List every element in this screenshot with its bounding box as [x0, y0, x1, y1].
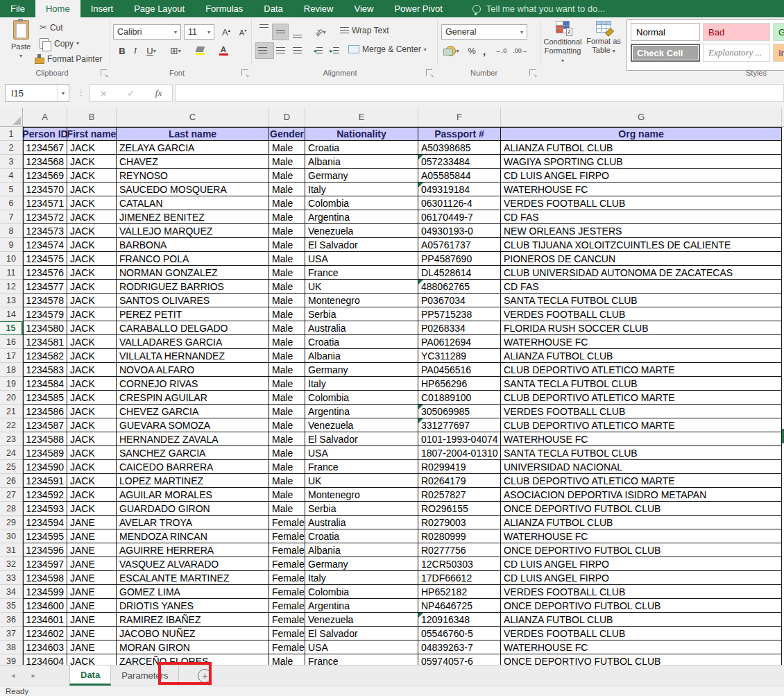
- cell[interactable]: VASQUEZ ALVARADO: [117, 557, 269, 571]
- cell[interactable]: Croatia: [305, 529, 418, 543]
- cell[interactable]: Venezuela: [305, 418, 418, 432]
- header-cell[interactable]: Gender: [269, 127, 305, 141]
- orientation-button[interactable]: ab▾: [309, 24, 332, 40]
- comma-style-button[interactable]: ,: [479, 42, 490, 59]
- cell[interactable]: Male: [269, 405, 305, 418]
- cell[interactable]: 1234584: [23, 377, 67, 391]
- cell[interactable]: WATERHOUSE FC: [501, 335, 782, 349]
- cell[interactable]: Albania: [305, 155, 418, 169]
- cell[interactable]: Argentina: [305, 405, 418, 418]
- cell[interactable]: SANTA TECLA FUTBOL CLUB: [501, 294, 782, 307]
- cell[interactable]: JANE: [67, 613, 117, 627]
- row-number[interactable]: 5: [0, 183, 23, 196]
- cell[interactable]: JACK: [67, 183, 117, 196]
- style-explanatory[interactable]: Explanatory ...: [703, 44, 770, 62]
- underline-button[interactable]: U▾: [142, 42, 161, 59]
- cell[interactable]: Male: [269, 294, 305, 307]
- cell[interactable]: RODRIGUEZ BARRIOS: [117, 280, 269, 294]
- format-as-table-button[interactable]: Format as Table ▾: [584, 21, 623, 56]
- cell[interactable]: 1234600: [23, 599, 67, 613]
- cell[interactable]: GUARDADO GIRON: [117, 502, 269, 516]
- cell[interactable]: 1234583: [23, 363, 67, 377]
- row-number[interactable]: 19: [0, 377, 23, 391]
- column-header-B[interactable]: B: [67, 108, 117, 127]
- cell[interactable]: Male: [269, 363, 305, 377]
- cell[interactable]: CLUB DEPORTIVO ATLETICO MARTE: [501, 363, 782, 377]
- cell[interactable]: Australia: [305, 321, 418, 335]
- fill-color-button[interactable]: [189, 42, 211, 59]
- paste-button[interactable]: Paste ▾: [6, 20, 36, 60]
- cell[interactable]: CHAVEZ: [117, 155, 269, 169]
- cell[interactable]: NOVOA ALFARO: [117, 363, 269, 377]
- cell[interactable]: JACK: [67, 321, 117, 335]
- cell[interactable]: ZELAYA GARCIA: [117, 141, 269, 155]
- cell[interactable]: SAUCEDO MOSQUERA: [117, 183, 269, 196]
- tell-me-box[interactable]: Tell me what you want to do...: [472, 0, 605, 17]
- cell[interactable]: CLUB DEPORTIVO ATLETICO MARTE: [501, 418, 782, 432]
- cell[interactable]: VERDES FOOTBALL CLUB: [501, 196, 782, 210]
- ribbon-tab-power-pivot[interactable]: Power Pivot: [384, 0, 452, 17]
- cell[interactable]: Female: [269, 516, 305, 529]
- row-number[interactable]: 24: [0, 446, 23, 460]
- header-cell[interactable]: Nationality: [305, 127, 418, 141]
- cell[interactable]: SANCHEZ GARCIA: [117, 446, 269, 460]
- row-number[interactable]: 34: [0, 585, 23, 599]
- decrease-indent-button[interactable]: ◂: [309, 42, 326, 59]
- row-number[interactable]: 12: [0, 280, 23, 294]
- ribbon-tab-view[interactable]: View: [343, 0, 384, 17]
- cell[interactable]: 1234574: [23, 238, 67, 252]
- align-left-button[interactable]: [255, 42, 274, 59]
- column-header-A[interactable]: A: [23, 108, 67, 127]
- row-number[interactable]: 1: [0, 127, 23, 141]
- cell[interactable]: Venezuela: [305, 224, 418, 238]
- cell[interactable]: YC311289: [418, 349, 501, 363]
- format-painter-button[interactable]: Format Painter: [35, 54, 102, 64]
- borders-button[interactable]: ⊞▾: [165, 42, 186, 59]
- cell[interactable]: AGUILAR MORALES: [117, 488, 269, 502]
- cell[interactable]: CD LUIS ANGEL FIRPO: [501, 557, 782, 571]
- cell[interactable]: JACK: [67, 377, 117, 391]
- row-number[interactable]: 16: [0, 335, 23, 349]
- cell[interactable]: UNIVERSIDAD NACIONAL: [501, 460, 782, 474]
- cell[interactable]: Female: [269, 627, 305, 640]
- percent-style-button[interactable]: %: [465, 42, 479, 59]
- cell[interactable]: Female: [269, 599, 305, 613]
- cell[interactable]: 17DF66612: [418, 571, 501, 585]
- row-number[interactable]: 31: [0, 543, 23, 557]
- cell[interactable]: JACK: [67, 405, 117, 418]
- cell[interactable]: 1234582: [23, 349, 67, 363]
- cell[interactable]: UK: [305, 280, 418, 294]
- cell[interactable]: FRANCO POLA: [117, 252, 269, 266]
- cell[interactable]: RAMIREZ IBAÑEZ: [117, 613, 269, 627]
- cell[interactable]: JACK: [67, 474, 117, 488]
- cut-button[interactable]: ✂ Cut: [40, 22, 63, 33]
- cell[interactable]: JANE: [67, 529, 117, 543]
- cell[interactable]: Female: [269, 571, 305, 585]
- cell[interactable]: CAICEDO BARRERA: [117, 460, 269, 474]
- cell[interactable]: SANTA TECLA FUTBOL CLUB: [501, 377, 782, 391]
- cell[interactable]: CRESPIN AGUILAR: [117, 391, 269, 405]
- cell[interactable]: CARABALLO DELGADO: [117, 321, 269, 335]
- cell[interactable]: Female: [269, 543, 305, 557]
- cell[interactable]: Germany: [305, 169, 418, 183]
- style-normal[interactable]: Normal: [631, 23, 700, 41]
- cell[interactable]: JANE: [67, 543, 117, 557]
- cell[interactable]: 1234603: [23, 640, 67, 654]
- cell[interactable]: Germany: [305, 557, 418, 571]
- wrap-text-button[interactable]: Wrap Text: [340, 26, 389, 35]
- cell[interactable]: MENDOZA RINCAN: [117, 529, 269, 543]
- cell[interactable]: Female: [269, 585, 305, 599]
- cell[interactable]: DRIOTIS YANES: [117, 599, 269, 613]
- cell[interactable]: Male: [269, 238, 305, 252]
- cell[interactable]: PP4587690: [418, 252, 501, 266]
- cell[interactable]: JACK: [67, 654, 117, 665]
- ribbon-tab-file[interactable]: File: [0, 0, 35, 17]
- cell[interactable]: JACK: [67, 196, 117, 210]
- select-all-corner[interactable]: [0, 108, 23, 127]
- cell[interactable]: Male: [269, 377, 305, 391]
- cell[interactable]: 1234604: [23, 654, 67, 665]
- row-number[interactable]: 35: [0, 599, 23, 613]
- conditional-formatting-button[interactable]: ≠ Conditional Formatting ▾: [543, 21, 583, 65]
- cell[interactable]: Male: [269, 335, 305, 349]
- cell[interactable]: CORNEJO RIVAS: [117, 377, 269, 391]
